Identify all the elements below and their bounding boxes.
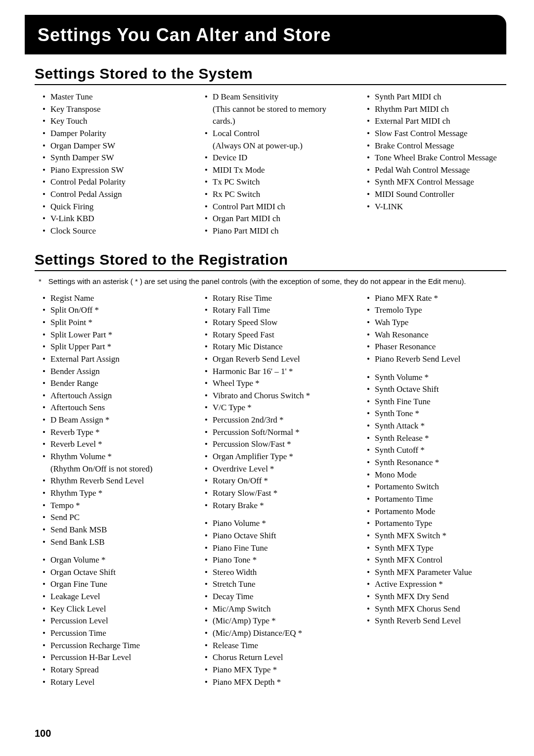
list-item: Piano Fine Tune xyxy=(205,542,344,555)
list-item: Rotary Brake * xyxy=(205,500,344,512)
list-item: Percussion Time xyxy=(43,627,182,640)
list-item: Organ Amplifier Type * xyxy=(205,451,344,463)
section2-col3-list: Piano MFX Rate *Tremolo TypeWah TypeWah … xyxy=(359,292,506,627)
list-item: External Part MIDI ch xyxy=(367,115,506,128)
list-item: Damper Polarity xyxy=(43,128,182,140)
list-item: Percussion 2nd/3rd * xyxy=(205,414,344,426)
list-item: Wheel Type * xyxy=(205,378,344,390)
list-item: Portamento Time xyxy=(367,493,506,506)
list-item: Synth Resonance * xyxy=(367,457,506,469)
list-item: Control Pedal Assign xyxy=(43,189,182,201)
list-item: Synth MFX Parameter Value xyxy=(367,567,506,579)
list-item: Wah Type xyxy=(367,317,506,329)
list-item: Synth MFX Switch * xyxy=(367,530,506,542)
list-item: Percussion Recharge Time xyxy=(43,640,182,652)
list-item: Wah Resonance xyxy=(367,329,506,341)
list-item: Portamento Mode xyxy=(367,506,506,518)
list-item: Synth Part MIDI ch xyxy=(367,91,506,103)
list-item: Split Upper Part * xyxy=(43,341,182,353)
list-item: Overdrive Level * xyxy=(205,463,344,475)
list-item: Mono Mode xyxy=(367,469,506,481)
list-item: Piano Volume * xyxy=(205,518,344,530)
section1-col2-list: D Beam Sensitivity(This cannot be stored… xyxy=(197,91,344,237)
list-item: Organ Volume * xyxy=(43,554,182,567)
list-item: Release Time xyxy=(205,640,344,652)
list-item: Mic/Amp Switch xyxy=(205,603,344,615)
list-item: Synth Tone * xyxy=(367,408,506,420)
list-item: Harmonic Bar 16' – 1' * xyxy=(205,366,344,378)
list-item: Rotary Speed Slow xyxy=(205,317,344,329)
page-number: 100 xyxy=(35,728,51,739)
page-title-banner: Settings You Can Alter and Store xyxy=(25,15,506,54)
list-item: D Beam Sensitivity xyxy=(205,91,344,103)
list-item: Synth MFX Chorus Send xyxy=(367,603,506,615)
list-item: Rotary Mic Distance xyxy=(205,341,344,353)
list-item: V/C Type * xyxy=(205,402,344,414)
list-item: Quick Firing xyxy=(43,201,182,213)
list-item: Send PC xyxy=(43,512,182,524)
list-item: Piano Tone * xyxy=(205,554,344,567)
list-item: Control Pedal Polarity xyxy=(43,176,182,189)
list-item: Rhythm Reverb Send Level xyxy=(43,475,182,487)
list-item: Synth Octave Shift xyxy=(367,383,506,396)
list-item: Portamento Switch xyxy=(367,481,506,493)
section2-col2-list: Rotary Rise TimeRotary Fall TimeRotary S… xyxy=(197,292,344,689)
list-item: Split On/Off * xyxy=(43,304,182,317)
list-item: Chorus Return Level xyxy=(205,652,344,664)
section1-title: Settings Stored to the System xyxy=(35,65,506,85)
list-item: Organ Octave Shift xyxy=(43,567,182,579)
list-item: Percussion H-Bar Level xyxy=(43,652,182,664)
list-item: Reverb Type * xyxy=(43,426,182,439)
list-item: Synth MFX Type xyxy=(367,542,506,555)
list-item: Send Bank MSB xyxy=(43,524,182,536)
list-item: Rx PC Switch xyxy=(205,189,344,201)
list-item: Tempo * xyxy=(43,500,182,512)
list-item: Tremolo Type xyxy=(367,304,506,317)
list-item: Stereo Width xyxy=(205,567,344,579)
list-item: Tone Wheel Brake Control Message xyxy=(367,152,506,164)
list-item: Device ID xyxy=(205,152,344,164)
footnote-asterisk: * xyxy=(39,277,42,285)
list-spacer xyxy=(205,512,344,518)
list-item: Clock Source xyxy=(43,225,182,237)
list-item: Percussion Soft/Normal * xyxy=(205,426,344,439)
list-item: Synth Fine Tune xyxy=(367,396,506,408)
list-item: Synth Reverb Send Level xyxy=(367,615,506,627)
list-item: Piano Octave Shift xyxy=(205,530,344,542)
footnote-text: Settings with an asterisk ( * ) are set … xyxy=(48,277,506,285)
list-item: Piano Part MIDI ch xyxy=(205,225,344,237)
list-item: Aftertouch Assign xyxy=(43,390,182,402)
list-item: Split Point * xyxy=(43,317,182,329)
list-item: Rotary Fall Time xyxy=(205,304,344,317)
list-item: Rotary Spread xyxy=(43,664,182,676)
list-item: Synth Attack * xyxy=(367,420,506,432)
list-item: Control Part MIDI ch xyxy=(205,201,344,213)
list-spacer xyxy=(367,366,506,372)
list-item: Active Expression * xyxy=(367,578,506,591)
list-item: Rotary Rise Time xyxy=(205,292,344,305)
list-item: Master Tune xyxy=(43,91,182,103)
section2-columns: Regist NameSplit On/Off *Split Point *Sp… xyxy=(35,292,506,689)
section2-title: Settings Stored to the Registration xyxy=(35,251,506,271)
list-item: (Mic/Amp) Type * xyxy=(205,615,344,627)
list-item: Reverb Level * xyxy=(43,438,182,451)
list-item: Tx PC Switch xyxy=(205,176,344,189)
list-item: Pedal Wah Control Message xyxy=(367,164,506,177)
page-title: Settings You Can Alter and Store xyxy=(38,25,492,46)
list-item: V-Link KBD xyxy=(43,213,182,225)
list-item: Send Bank LSB xyxy=(43,536,182,549)
list-item: Organ Part MIDI ch xyxy=(205,213,344,225)
list-item-subnote: (Always ON at power-up.) xyxy=(205,140,344,152)
list-item: Portamento Type xyxy=(367,518,506,530)
list-item: Rotary Speed Fast xyxy=(205,329,344,341)
list-item: Aftertouch Sens xyxy=(43,402,182,414)
section2-footnote: * Settings with an asterisk ( * ) are se… xyxy=(39,277,506,285)
list-item: Synth MFX Dry Send xyxy=(367,591,506,603)
section1-col3-list: Synth Part MIDI chRhythm Part MIDI chExt… xyxy=(359,91,506,213)
list-item: Piano Expression SW xyxy=(43,164,182,177)
list-item: Bender Assign xyxy=(43,366,182,378)
list-item: D Beam Assign * xyxy=(43,414,182,426)
list-item: Regist Name xyxy=(43,292,182,305)
list-item: Brake Control Message xyxy=(367,140,506,152)
list-item: Organ Fine Tune xyxy=(43,578,182,591)
